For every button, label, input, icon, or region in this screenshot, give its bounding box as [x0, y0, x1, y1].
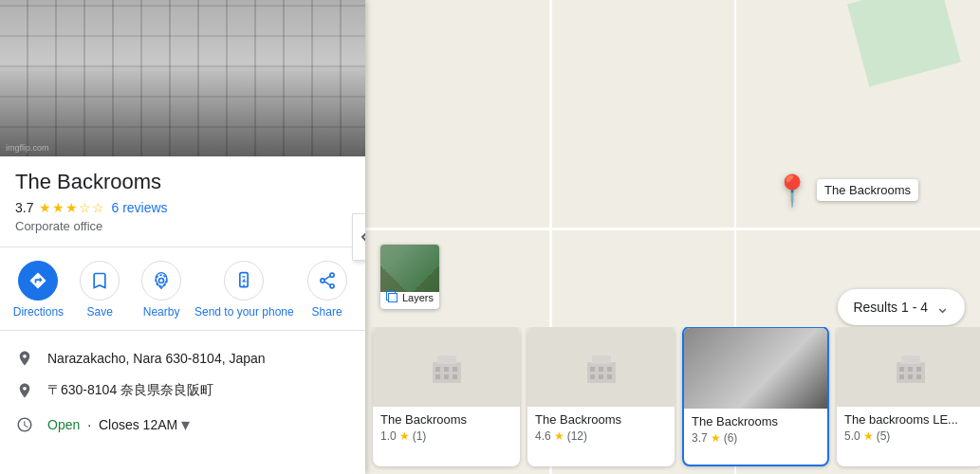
share-label: Share: [312, 305, 342, 320]
nearby-label: Nearby: [143, 305, 180, 320]
svg-rect-30: [899, 374, 904, 379]
layer-square-2: [388, 293, 398, 302]
svg-rect-29: [916, 367, 921, 372]
svg-rect-31: [908, 374, 913, 379]
svg-rect-16: [453, 374, 457, 379]
rating-row: 3.7 ★★★☆☆ 6 reviews: [15, 200, 350, 215]
map-pin: 📍 The Backrooms: [773, 175, 918, 206]
svg-point-0: [159, 279, 164, 283]
svg-rect-10: [437, 356, 456, 364]
info-section: The Backrooms 3.7 ★★★☆☆ 6 reviews Corpor…: [0, 156, 365, 246]
svg-point-5: [320, 279, 324, 283]
card-2-review-count: (12): [567, 429, 587, 443]
card-2-body: The Backrooms 4.6 ★ (12): [527, 407, 675, 447]
building-icon-4: [892, 348, 930, 386]
svg-rect-14: [435, 374, 440, 379]
svg-rect-19: [590, 367, 595, 372]
place-card-2[interactable]: The Backrooms 4.6 ★ (12): [527, 327, 675, 466]
card-2-rating: 4.6 ★ (12): [535, 429, 667, 443]
svg-rect-27: [899, 367, 904, 372]
svg-rect-21: [607, 367, 612, 372]
rating-number: 3.7: [15, 200, 33, 215]
phone-icon: [234, 271, 253, 290]
building-photo: [0, 0, 365, 156]
phone-icon-wrap: [224, 261, 264, 301]
layers-icon-row: Layers: [386, 291, 434, 304]
share-icon: [318, 271, 337, 290]
svg-rect-20: [599, 367, 603, 372]
action-buttons: Directions Save Nearby: [0, 247, 365, 330]
send-to-phone-button[interactable]: Send to your phone: [194, 261, 294, 320]
share-button[interactable]: Share: [299, 261, 356, 320]
building-icon-2: [582, 348, 620, 386]
card-3-review-count: (6): [724, 431, 738, 445]
card-4-review-count: (5): [877, 429, 891, 443]
nearby-button[interactable]: Nearby: [133, 261, 190, 320]
layers-stack-icon: [386, 291, 399, 304]
send-to-phone-label: Send to your phone: [194, 305, 294, 320]
place-card-4[interactable]: The backrooms LE... 5.0 ★ (5): [837, 327, 980, 466]
svg-rect-18: [592, 356, 611, 364]
reviews-link[interactable]: 6 reviews: [111, 200, 167, 215]
card-1-review-count: (1): [413, 429, 427, 443]
save-icon-wrap: [80, 261, 120, 301]
left-panel: imgflip.com The Backrooms 3.7 ★★★☆☆ 6 re…: [0, 0, 365, 474]
open-status: Open: [47, 417, 80, 432]
svg-rect-23: [599, 374, 603, 379]
card-4-star-icon: ★: [863, 429, 874, 443]
svg-rect-28: [908, 367, 913, 372]
place-card-1[interactable]: The Backrooms 1.0 ★ (1): [373, 327, 520, 466]
card-1-title: The Backrooms: [380, 412, 512, 427]
svg-rect-22: [590, 374, 595, 379]
card-4-title: The backrooms LE...: [844, 412, 976, 427]
card-3-star-icon: ★: [711, 431, 721, 445]
nearby-icon: [152, 271, 171, 290]
svg-rect-15: [444, 374, 449, 379]
card-1-thumbnail: [373, 327, 520, 407]
card-1-rating: 1.0 ★ (1): [380, 429, 512, 443]
expand-results-icon[interactable]: ⌄: [935, 297, 950, 318]
card-3-body: The Backrooms 3.7 ★ (6): [684, 409, 827, 448]
place-card-3[interactable]: The Backrooms 3.7 ★ (6): [682, 327, 829, 466]
closes-time: Closes 12AM: [99, 417, 177, 432]
svg-rect-24: [607, 374, 612, 379]
svg-rect-13: [453, 367, 457, 372]
collapse-panel-button[interactable]: [352, 213, 365, 261]
hours-info[interactable]: Open · Closes 12AM ▾: [47, 414, 190, 435]
layers-button[interactable]: Layers: [380, 245, 439, 309]
save-label: Save: [87, 305, 113, 320]
card-3-rating-number: 3.7: [692, 431, 708, 445]
card-3-thumbnail: [684, 328, 827, 409]
results-bar[interactable]: Results 1 - 4 ⌄: [838, 289, 965, 325]
card-4-body: The backrooms LE... 5.0 ★ (5): [837, 407, 980, 447]
save-button[interactable]: Save: [71, 261, 128, 320]
location-icon-2: [15, 382, 34, 399]
map-road-horizontal: [365, 228, 980, 230]
info-rows: Narazakacho, Nara 630-8104, Japan 〒630-8…: [0, 331, 365, 454]
svg-rect-12: [444, 367, 449, 372]
imgflip-credit: imgflip.com: [6, 143, 49, 153]
svg-rect-17: [587, 362, 616, 383]
svg-line-7: [324, 276, 330, 280]
svg-rect-26: [901, 356, 920, 364]
card-3-rating: 3.7 ★ (6): [692, 431, 820, 445]
svg-rect-11: [435, 367, 440, 372]
map-panel[interactable]: 📍 The Backrooms Layers Results 1 - 4 ⌄: [365, 0, 980, 474]
card-2-thumbnail: [527, 327, 675, 407]
svg-rect-9: [433, 362, 461, 383]
card-2-star-icon: ★: [554, 429, 564, 443]
place-name: The Backrooms: [15, 170, 350, 194]
postal-address-text: 〒630-8104 奈良県奈良阪町: [47, 382, 213, 399]
address-text: Narazakacho, Nara 630-8104, Japan: [47, 351, 266, 366]
directions-button[interactable]: Directions: [9, 261, 66, 320]
card-4-rating: 5.0 ★ (5): [844, 429, 976, 443]
results-text: Results 1 - 4: [853, 300, 928, 315]
card-2-rating-number: 4.6: [535, 429, 551, 443]
hours-row[interactable]: Open · Closes 12AM ▾: [15, 407, 350, 443]
pin-marker-icon: 📍: [773, 175, 811, 206]
collapse-arrow-icon: [361, 230, 365, 244]
svg-point-6: [329, 284, 333, 288]
building-icon-1: [428, 348, 466, 386]
address-row: Narazakacho, Nara 630-8104, Japan: [15, 342, 350, 374]
hours-expand-icon[interactable]: ▾: [181, 414, 190, 435]
